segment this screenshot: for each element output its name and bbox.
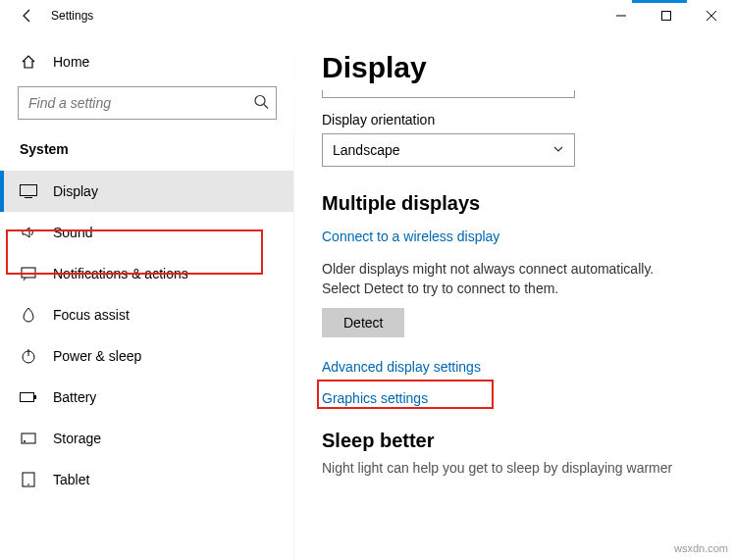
window-controls bbox=[599, 0, 734, 31]
sidebar-item-label: Sound bbox=[53, 225, 92, 240]
sound-icon bbox=[20, 224, 37, 241]
sleep-better-text: Night light can help you get to sleep by… bbox=[322, 460, 714, 476]
search-wrap bbox=[18, 86, 277, 120]
close-button[interactable] bbox=[689, 0, 734, 31]
sidebar-item-label: Power & sleep bbox=[53, 348, 141, 364]
svg-rect-6 bbox=[22, 268, 35, 278]
detect-button[interactable]: Detect bbox=[322, 308, 404, 337]
sidebar-item-label: Tablet bbox=[53, 472, 89, 487]
maximize-button[interactable] bbox=[644, 0, 689, 31]
detect-description: Older displays might not always connect … bbox=[322, 260, 685, 298]
sidebar-item-label: Battery bbox=[53, 389, 96, 405]
svg-rect-11 bbox=[22, 433, 35, 443]
sidebar-item-power-sleep[interactable]: Power & sleep bbox=[0, 335, 294, 377]
minimize-button[interactable] bbox=[599, 0, 644, 31]
multiple-displays-heading: Multiple displays bbox=[322, 192, 714, 215]
sidebar-item-display[interactable]: Display bbox=[0, 171, 294, 212]
window-title: Settings bbox=[51, 9, 93, 23]
svg-line-3 bbox=[264, 105, 268, 109]
sidebar-item-label: Focus assist bbox=[53, 307, 130, 323]
sidebar-item-sound[interactable]: Sound bbox=[0, 212, 294, 253]
page-title: Display bbox=[322, 51, 714, 84]
sidebar: Home System Display Sound Notificati bbox=[0, 31, 294, 560]
sidebar-item-label: Notifications & actions bbox=[53, 266, 188, 281]
svg-rect-9 bbox=[21, 393, 34, 402]
svg-point-2 bbox=[255, 96, 265, 106]
display-icon bbox=[20, 182, 37, 200]
sidebar-home[interactable]: Home bbox=[0, 43, 294, 80]
svg-point-12 bbox=[24, 440, 26, 442]
svg-rect-4 bbox=[21, 185, 37, 196]
graphics-settings-link[interactable]: Graphics settings bbox=[322, 390, 428, 406]
titlebar: Settings bbox=[0, 0, 734, 31]
storage-icon bbox=[20, 430, 37, 447]
window-accent-strip bbox=[632, 0, 687, 3]
sidebar-item-focus-assist[interactable]: Focus assist bbox=[0, 294, 294, 335]
main-panel: Display Display orientation Landscape Mu… bbox=[294, 31, 734, 560]
power-icon bbox=[20, 347, 37, 365]
sidebar-home-label: Home bbox=[53, 54, 89, 70]
chevron-down-icon bbox=[552, 142, 564, 158]
home-icon bbox=[20, 53, 37, 71]
search-icon bbox=[253, 94, 269, 113]
svg-point-14 bbox=[27, 484, 29, 485]
wireless-display-link[interactable]: Connect to a wireless display bbox=[322, 229, 499, 244]
search-input[interactable] bbox=[18, 86, 277, 120]
watermark: wsxdn.com bbox=[674, 542, 728, 554]
back-button[interactable] bbox=[8, 0, 47, 31]
sidebar-item-label: Storage bbox=[53, 431, 101, 446]
sidebar-item-storage[interactable]: Storage bbox=[0, 418, 294, 459]
sidebar-item-battery[interactable]: Battery bbox=[0, 377, 294, 418]
advanced-display-settings-link[interactable]: Advanced display settings bbox=[322, 359, 481, 375]
sidebar-section-label: System bbox=[0, 135, 294, 171]
previous-control-fragment bbox=[322, 90, 575, 98]
orientation-label: Display orientation bbox=[322, 112, 714, 127]
orientation-dropdown[interactable]: Landscape bbox=[322, 133, 575, 167]
focus-icon bbox=[20, 306, 37, 324]
notifications-icon bbox=[20, 265, 37, 282]
orientation-value: Landscape bbox=[333, 142, 400, 158]
sidebar-item-label: Display bbox=[53, 183, 98, 199]
svg-rect-10 bbox=[34, 395, 36, 399]
sidebar-item-tablet[interactable]: Tablet bbox=[0, 459, 294, 500]
sleep-better-heading: Sleep better bbox=[322, 430, 714, 452]
battery-icon bbox=[20, 388, 37, 406]
tablet-icon bbox=[20, 471, 37, 488]
sidebar-item-notifications[interactable]: Notifications & actions bbox=[0, 253, 294, 294]
svg-rect-1 bbox=[662, 12, 671, 21]
